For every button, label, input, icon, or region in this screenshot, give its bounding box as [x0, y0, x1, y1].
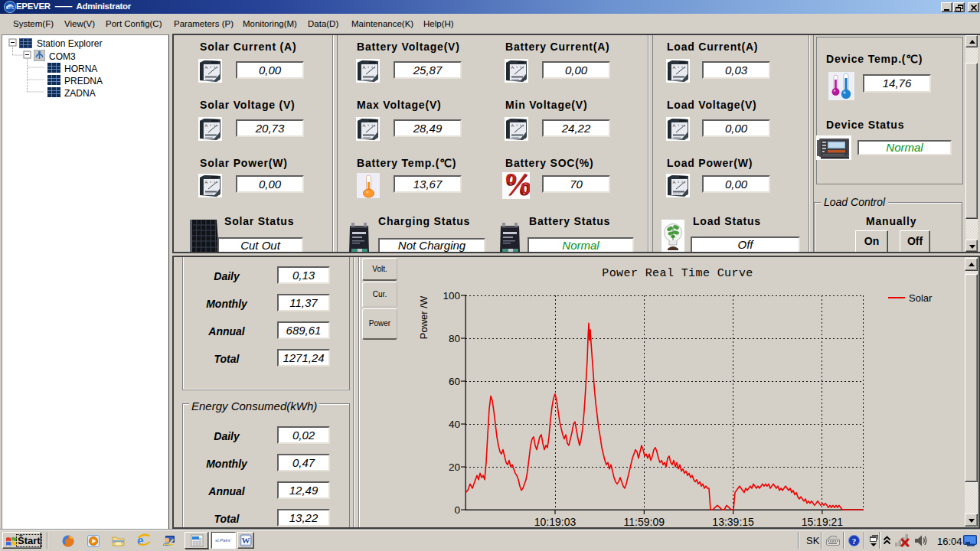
svg-text:13:39:15: 13:39:15 — [712, 516, 754, 528]
svg-text:EPS: EPS — [6, 5, 15, 10]
svg-text:40: 40 — [449, 419, 460, 430]
svg-text:W: W — [242, 536, 250, 545]
svg-text:Solar: Solar — [909, 292, 933, 304]
svg-text:11:59:09: 11:59:09 — [624, 516, 665, 528]
svg-text:Power Real Time Curve: Power Real Time Curve — [602, 267, 753, 280]
svg-text:Power /W: Power /W — [418, 295, 430, 339]
svg-text:15:19:21: 15:19:21 — [802, 516, 844, 528]
svg-text:60: 60 — [449, 376, 460, 387]
svg-text:?: ? — [852, 536, 857, 546]
svg-text:10:19:03: 10:19:03 — [534, 516, 577, 528]
svg-text:100: 100 — [443, 290, 460, 302]
svg-text:0: 0 — [454, 504, 460, 516]
svg-text:20: 20 — [449, 461, 460, 473]
svg-text:%: % — [503, 172, 530, 199]
svg-text:80: 80 — [449, 333, 460, 344]
